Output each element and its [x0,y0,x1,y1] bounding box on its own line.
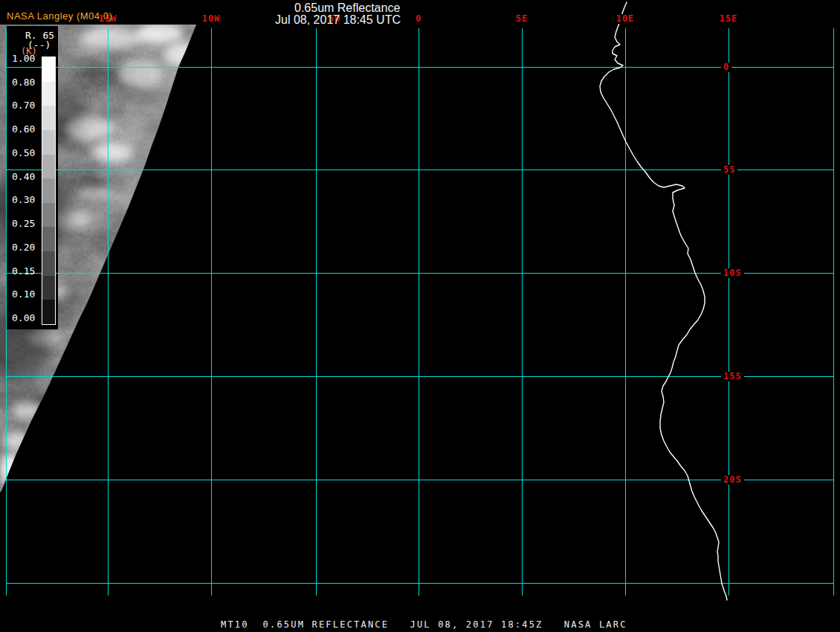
longitude-label: 5E [514,14,529,24]
latitude-label: 15S [721,372,744,381]
satellite-image-viewer: R. 65 (--) (K) 1.000.800.700.600.500.400… [0,0,840,632]
latitude-label: 10S [721,268,744,278]
nasa-langley-credit: NASA Langley (M04.0) [7,10,112,22]
grayscale-colorbar [42,57,56,325]
longitude-label: 15E [718,14,740,24]
latitude-label: 0 [721,62,731,72]
longitude-label: 10W [201,14,222,24]
latitude-label: 5S [721,165,737,175]
longitude-label: 0 [414,14,423,24]
product-caption: MT10 0.65UM REFLECTANCE JUL 08, 2017 18:… [221,619,627,630]
africa-coastline [0,0,840,632]
latitude-label: 20S [721,475,744,485]
timestamp-subtitle: Jul 08, 2017 18:45 UTC [275,13,401,27]
longitude-label: 10E [615,14,636,24]
